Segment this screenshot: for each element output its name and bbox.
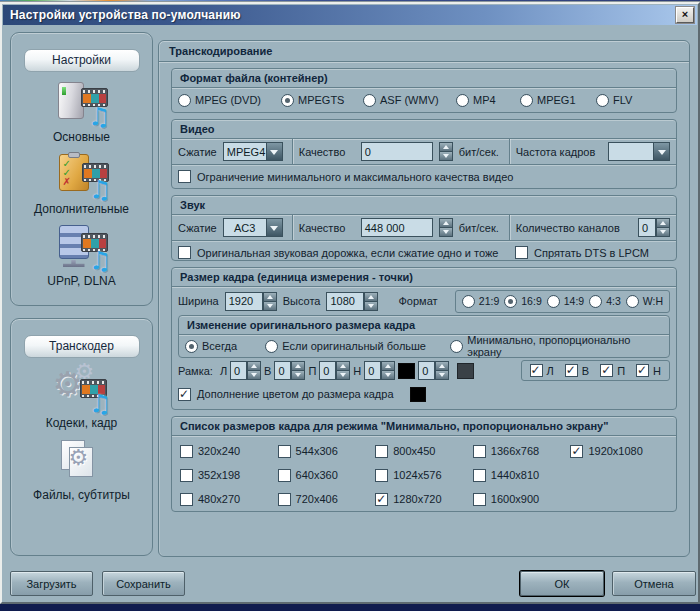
radio-16-9[interactable]: 16:9	[504, 295, 541, 308]
radio-mpeg-dvd[interactable]: MPEG (DVD)	[178, 94, 281, 107]
sidebar-item-additional[interactable]: ✓✓✗ ♫ Дополнительные	[11, 151, 152, 216]
sidebar-item-upnp-dlna[interactable]: ♫ UPnP, DLNA	[11, 223, 152, 288]
border-left-input[interactable]: 0	[230, 361, 247, 380]
radio-icon	[265, 340, 278, 353]
radio-21-9[interactable]: 21:9	[462, 295, 499, 308]
audio-dts-checkbox[interactable]	[515, 246, 528, 259]
audio-original-label: Оригинальная звуковая дорожка, если сжат…	[197, 247, 509, 259]
border-bottom-input[interactable]: 0	[364, 361, 381, 380]
size-option[interactable]: 800x450	[375, 439, 473, 463]
checkbox-icon	[278, 445, 291, 458]
checkbox-icon	[565, 364, 578, 377]
radio-flv[interactable]: FLV	[596, 94, 632, 107]
border-top-input[interactable]: 0	[274, 361, 291, 380]
radio-resize-if-larger[interactable]: Если оригинальный больше	[265, 340, 446, 353]
dropdown-arrow-icon[interactable]	[267, 142, 283, 161]
checkbox-icon	[473, 445, 486, 458]
video-quality-input[interactable]: 0	[361, 142, 433, 161]
resize-mode-group: Изменение оригинального размера кадра Вс…	[178, 315, 670, 358]
audio-channels-input[interactable]: 0	[638, 218, 656, 237]
sidebar-tab-settings[interactable]: Настройки	[24, 49, 140, 72]
frame-width-input[interactable]: 1920	[225, 292, 263, 311]
video-framerate-select[interactable]	[608, 142, 670, 161]
border-check-top[interactable]: В	[565, 364, 589, 377]
radio-icon	[281, 94, 294, 107]
border-right-input[interactable]: 0	[319, 361, 336, 380]
size-option[interactable]: 1920x1080	[570, 439, 668, 463]
size-option[interactable]: 640x360	[278, 463, 376, 487]
border-sides-checkbox-group: Л В П Н	[521, 360, 670, 381]
ok-button[interactable]: ОК	[520, 571, 604, 596]
size-option[interactable]: 720x406	[278, 487, 376, 511]
frame-height-spinner[interactable]	[364, 292, 378, 311]
radio-mpegts[interactable]: MPEGTS	[281, 94, 363, 107]
titlebar[interactable]: Настройки устройства по-умолчанию ×	[3, 5, 697, 25]
checkbox-icon	[473, 469, 486, 482]
radio-w-h[interactable]: W:H	[626, 295, 663, 308]
radio-mp4[interactable]: MP4	[456, 94, 520, 107]
size-option[interactable]: 1024x576	[375, 463, 473, 487]
radio-14-9[interactable]: 14:9	[547, 295, 584, 308]
checkbox-icon	[278, 493, 291, 506]
padding-color-checkbox[interactable]	[178, 388, 191, 401]
save-button[interactable]: Сохранить	[102, 571, 185, 596]
size-option[interactable]: 1366x768	[473, 439, 571, 463]
server-media-icon: ♫	[55, 223, 109, 271]
video-compression-select[interactable]: MPEG4	[223, 142, 283, 161]
border-left-spinner[interactable]	[247, 361, 261, 380]
audio-compression-select[interactable]: AC3	[223, 218, 283, 237]
border-top-spinner[interactable]	[291, 361, 305, 380]
size-option[interactable]: 1440x810	[473, 463, 571, 487]
frame-format-label: Формат	[398, 295, 437, 307]
radio-icon	[596, 94, 609, 107]
border-right-spinner[interactable]	[336, 361, 350, 380]
load-button[interactable]: Загрузить	[10, 571, 93, 596]
video-quality-unit: бит/сек.	[459, 146, 499, 158]
close-button[interactable]: ×	[676, 7, 694, 23]
sidebar-tab-transcoder[interactable]: Транскодер	[24, 335, 140, 358]
video-quality-label: Качество	[299, 146, 355, 158]
dropdown-arrow-icon[interactable]	[654, 142, 670, 161]
size-option[interactable]: 544x306	[278, 439, 376, 463]
audio-quality-input[interactable]: 448 000	[361, 218, 433, 237]
sidebar-item-main[interactable]: ♫ Основные	[11, 79, 152, 144]
border-check-left[interactable]: Л	[530, 364, 554, 377]
video-quality-spinner[interactable]	[439, 142, 453, 161]
border-color-swatch[interactable]	[398, 363, 415, 379]
cancel-button[interactable]: Отмена	[612, 571, 696, 596]
sidebar-item-codecs-frame[interactable]: ⚙⚙♫ Кодеки, кадр	[11, 365, 152, 430]
frame-height-input[interactable]: 1080	[326, 292, 364, 311]
video-limit-checkbox[interactable]	[178, 170, 191, 183]
audio-original-checkbox[interactable]	[178, 246, 191, 259]
size-option[interactable]: 480x270	[180, 487, 278, 511]
size-option[interactable]: 1600x900	[473, 487, 571, 511]
border-check-bottom[interactable]: Н	[636, 364, 661, 377]
radio-asf-wmv[interactable]: ASF (WMV)	[363, 94, 456, 107]
frame-width-spinner[interactable]	[263, 292, 277, 311]
size-option[interactable]: 320x240	[180, 439, 278, 463]
border-color-swatch-2[interactable]	[457, 363, 474, 379]
radio-resize-always[interactable]: Всегда	[185, 340, 261, 353]
sidebar-item-label: Файлы, субтитры	[33, 488, 130, 502]
border-check-right[interactable]: П	[600, 364, 625, 377]
radio-4-3[interactable]: 4:3	[589, 295, 621, 308]
audio-group: Звук Сжатие AC3 Качество 448 000 бит/сек…	[171, 195, 677, 261]
size-option[interactable]: 352x198	[180, 463, 278, 487]
border-bottom-label: Н	[353, 365, 361, 377]
audio-quality-spinner[interactable]	[439, 218, 453, 237]
border-bottom-spinner[interactable]	[381, 361, 395, 380]
radio-icon	[547, 295, 560, 308]
audio-channels-spinner[interactable]	[656, 218, 670, 237]
resize-mode-title: Изменение оригинального размера кадра	[179, 316, 669, 335]
size-option[interactable]: 1280x720	[375, 487, 473, 511]
radio-icon	[456, 94, 469, 107]
audio-compression-label: Сжатие	[178, 222, 217, 234]
padding-color-swatch[interactable]	[410, 387, 426, 402]
radio-resize-minimal[interactable]: Минимально, пропорционально экрану	[450, 334, 663, 358]
dropdown-arrow-icon[interactable]	[267, 218, 283, 237]
border-extra-spinner[interactable]	[435, 361, 449, 380]
border-extra-input[interactable]: 0	[418, 361, 435, 380]
sidebar-item-files-subtitles[interactable]: ⚙ Файлы, субтитры	[11, 437, 152, 502]
radio-mpeg1[interactable]: MPEG1	[520, 94, 596, 107]
video-compression-label: Сжатие	[178, 146, 217, 158]
